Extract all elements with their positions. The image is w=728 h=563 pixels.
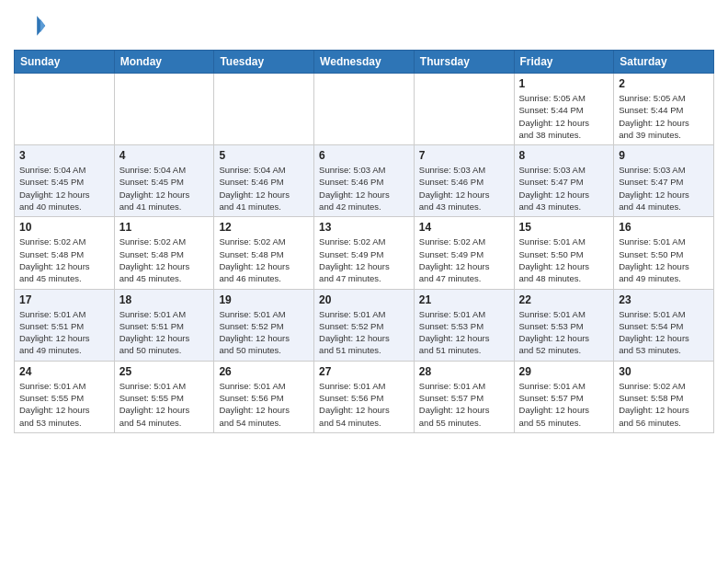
day-info: Sunrise: 5:02 AMSunset: 5:48 PMDaylight:… (119, 236, 210, 284)
logo-icon (14, 9, 47, 42)
calendar-cell: 26Sunrise: 5:01 AMSunset: 5:56 PMDayligh… (214, 361, 314, 432)
calendar-cell: 19Sunrise: 5:01 AMSunset: 5:52 PMDayligh… (214, 289, 314, 361)
day-info: Sunrise: 5:01 AMSunset: 5:52 PMDaylight:… (219, 308, 309, 357)
day-info: Sunrise: 5:03 AMSunset: 5:46 PMDaylight:… (419, 164, 509, 213)
day-info: Sunrise: 5:03 AMSunset: 5:47 PMDaylight:… (619, 164, 709, 213)
calendar-cell: 27Sunrise: 5:01 AMSunset: 5:56 PMDayligh… (314, 361, 415, 432)
page: SundayMondayTuesdayWednesdayThursdayFrid… (0, 0, 728, 563)
day-number: 13 (319, 221, 409, 234)
calendar-week-2: 3Sunrise: 5:04 AMSunset: 5:45 PMDaylight… (15, 145, 714, 217)
day-number: 29 (519, 365, 609, 378)
calendar-cell: 15Sunrise: 5:01 AMSunset: 5:50 PMDayligh… (514, 217, 614, 289)
calendar-cell: 21Sunrise: 5:01 AMSunset: 5:53 PMDayligh… (414, 289, 514, 361)
weekday-header-saturday: Saturday (614, 51, 714, 74)
day-info: Sunrise: 5:02 AMSunset: 5:48 PMDaylight:… (19, 236, 109, 284)
day-number: 28 (419, 365, 509, 378)
svg-marker-1 (40, 19, 45, 32)
day-number: 14 (419, 221, 509, 234)
calendar-week-5: 24Sunrise: 5:01 AMSunset: 5:55 PMDayligh… (15, 361, 714, 432)
day-number: 18 (119, 293, 210, 306)
day-info: Sunrise: 5:02 AMSunset: 5:49 PMDaylight:… (419, 236, 509, 284)
calendar-cell (15, 74, 115, 145)
day-info: Sunrise: 5:02 AMSunset: 5:49 PMDaylight:… (319, 236, 409, 284)
calendar-week-4: 17Sunrise: 5:01 AMSunset: 5:51 PMDayligh… (15, 289, 714, 361)
calendar-cell: 29Sunrise: 5:01 AMSunset: 5:57 PMDayligh… (514, 361, 614, 432)
weekday-header-row: SundayMondayTuesdayWednesdayThursdayFrid… (15, 51, 714, 74)
calendar-cell (414, 74, 514, 145)
calendar-cell: 30Sunrise: 5:02 AMSunset: 5:58 PMDayligh… (614, 361, 714, 432)
calendar-cell: 28Sunrise: 5:01 AMSunset: 5:57 PMDayligh… (414, 361, 514, 432)
day-number: 15 (519, 221, 609, 234)
day-number: 10 (19, 221, 109, 234)
day-number: 12 (219, 221, 309, 234)
calendar-cell: 12Sunrise: 5:02 AMSunset: 5:48 PMDayligh… (214, 217, 314, 289)
day-info: Sunrise: 5:04 AMSunset: 5:45 PMDaylight:… (19, 164, 109, 213)
calendar-cell: 23Sunrise: 5:01 AMSunset: 5:54 PMDayligh… (614, 289, 714, 361)
day-info: Sunrise: 5:01 AMSunset: 5:57 PMDaylight:… (519, 380, 609, 429)
day-info: Sunrise: 5:04 AMSunset: 5:45 PMDaylight:… (119, 164, 210, 213)
day-number: 27 (319, 365, 409, 378)
calendar-cell: 7Sunrise: 5:03 AMSunset: 5:46 PMDaylight… (414, 145, 514, 217)
calendar-cell: 25Sunrise: 5:01 AMSunset: 5:55 PMDayligh… (114, 361, 214, 432)
day-number: 21 (419, 293, 509, 306)
header (14, 9, 714, 42)
logo (14, 9, 51, 42)
day-info: Sunrise: 5:01 AMSunset: 5:55 PMDaylight:… (119, 380, 210, 429)
weekday-header-monday: Monday (114, 51, 214, 74)
day-info: Sunrise: 5:05 AMSunset: 5:44 PMDaylight:… (619, 92, 709, 141)
calendar-cell: 10Sunrise: 5:02 AMSunset: 5:48 PMDayligh… (15, 217, 115, 289)
day-number: 23 (619, 293, 709, 306)
weekday-header-thursday: Thursday (414, 51, 514, 74)
day-info: Sunrise: 5:04 AMSunset: 5:46 PMDaylight:… (219, 164, 309, 213)
day-number: 25 (119, 365, 210, 378)
day-info: Sunrise: 5:01 AMSunset: 5:50 PMDaylight:… (519, 236, 609, 284)
weekday-header-wednesday: Wednesday (314, 51, 415, 74)
day-number: 6 (319, 149, 409, 162)
weekday-header-friday: Friday (514, 51, 614, 74)
calendar-cell: 9Sunrise: 5:03 AMSunset: 5:47 PMDaylight… (614, 145, 714, 217)
day-number: 2 (619, 77, 709, 90)
day-number: 19 (219, 293, 309, 306)
calendar-cell (114, 74, 214, 145)
day-number: 11 (119, 221, 210, 234)
day-info: Sunrise: 5:01 AMSunset: 5:52 PMDaylight:… (319, 308, 409, 357)
day-info: Sunrise: 5:01 AMSunset: 5:53 PMDaylight:… (419, 308, 509, 357)
day-info: Sunrise: 5:02 AMSunset: 5:48 PMDaylight:… (219, 236, 309, 284)
day-number: 30 (619, 365, 709, 378)
day-info: Sunrise: 5:01 AMSunset: 5:53 PMDaylight:… (519, 308, 609, 357)
day-info: Sunrise: 5:01 AMSunset: 5:55 PMDaylight:… (19, 380, 109, 429)
day-info: Sunrise: 5:01 AMSunset: 5:54 PMDaylight:… (619, 308, 709, 357)
day-number: 3 (19, 149, 109, 162)
calendar-body: 1Sunrise: 5:05 AMSunset: 5:44 PMDaylight… (15, 74, 714, 433)
day-number: 22 (519, 293, 609, 306)
calendar-cell: 6Sunrise: 5:03 AMSunset: 5:46 PMDaylight… (314, 145, 415, 217)
day-number: 4 (119, 149, 210, 162)
day-number: 16 (619, 221, 709, 234)
day-number: 20 (319, 293, 409, 306)
day-number: 9 (619, 149, 709, 162)
calendar-cell: 4Sunrise: 5:04 AMSunset: 5:45 PMDaylight… (114, 145, 214, 217)
calendar-cell: 18Sunrise: 5:01 AMSunset: 5:51 PMDayligh… (114, 289, 214, 361)
day-number: 26 (219, 365, 309, 378)
calendar-cell: 22Sunrise: 5:01 AMSunset: 5:53 PMDayligh… (514, 289, 614, 361)
day-info: Sunrise: 5:01 AMSunset: 5:56 PMDaylight:… (319, 380, 409, 429)
calendar-cell (314, 74, 415, 145)
day-number: 8 (519, 149, 609, 162)
calendar-cell: 16Sunrise: 5:01 AMSunset: 5:50 PMDayligh… (614, 217, 714, 289)
calendar-cell (214, 74, 314, 145)
calendar-cell: 14Sunrise: 5:02 AMSunset: 5:49 PMDayligh… (414, 217, 514, 289)
day-info: Sunrise: 5:01 AMSunset: 5:51 PMDaylight:… (119, 308, 210, 357)
calendar-table: SundayMondayTuesdayWednesdayThursdayFrid… (14, 50, 714, 433)
day-info: Sunrise: 5:01 AMSunset: 5:56 PMDaylight:… (219, 380, 309, 429)
weekday-header-sunday: Sunday (15, 51, 115, 74)
day-info: Sunrise: 5:05 AMSunset: 5:44 PMDaylight:… (519, 92, 609, 141)
day-number: 17 (19, 293, 109, 306)
day-number: 5 (219, 149, 309, 162)
day-info: Sunrise: 5:03 AMSunset: 5:46 PMDaylight:… (319, 164, 409, 213)
calendar-cell: 17Sunrise: 5:01 AMSunset: 5:51 PMDayligh… (15, 289, 115, 361)
calendar-cell: 2Sunrise: 5:05 AMSunset: 5:44 PMDaylight… (614, 74, 714, 145)
calendar-cell: 3Sunrise: 5:04 AMSunset: 5:45 PMDaylight… (15, 145, 115, 217)
day-info: Sunrise: 5:01 AMSunset: 5:57 PMDaylight:… (419, 380, 509, 429)
calendar-cell: 20Sunrise: 5:01 AMSunset: 5:52 PMDayligh… (314, 289, 415, 361)
day-number: 24 (19, 365, 109, 378)
